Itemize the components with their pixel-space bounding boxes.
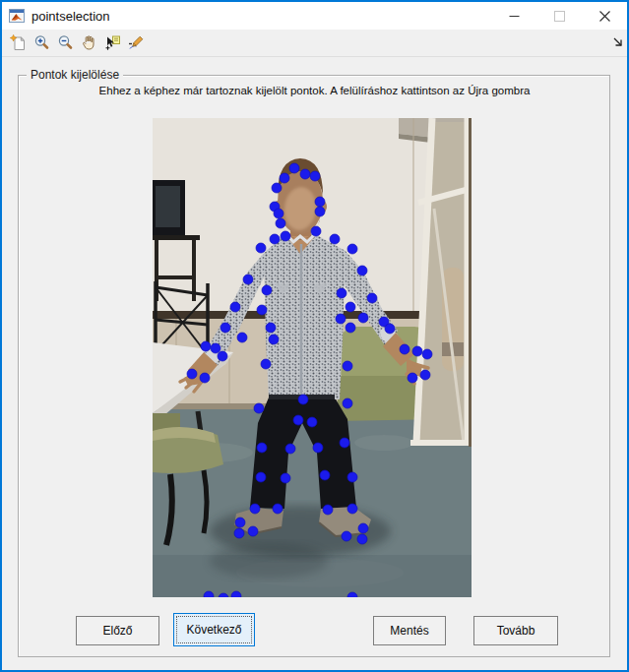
zoom-out-button[interactable] [53, 31, 77, 55]
landmark-point[interactable] [230, 302, 240, 312]
landmark-point[interactable] [358, 313, 368, 323]
titlebar: pointselection [2, 2, 627, 30]
landmark-point[interactable] [357, 266, 367, 275]
continue-button[interactable]: Tovább [473, 616, 558, 645]
landmark-point[interactable] [289, 163, 299, 173]
landmark-point[interactable] [422, 349, 432, 359]
minimize-button[interactable] [491, 2, 536, 30]
landmark-point[interactable] [347, 472, 357, 482]
landmark-point[interactable] [269, 335, 279, 344]
landmark-point[interactable] [358, 523, 368, 533]
landmark-point[interactable] [367, 293, 377, 303]
landmark-point[interactable] [261, 359, 271, 369]
landmark-point[interactable] [412, 346, 422, 356]
landmark-point[interactable] [237, 333, 247, 342]
landmark-point[interactable] [307, 417, 317, 427]
landmark-point[interactable] [298, 395, 308, 404]
landmark-point[interactable] [248, 526, 258, 536]
landmark-point[interactable] [420, 370, 430, 380]
landmark-point[interactable] [272, 183, 282, 193]
landmark-point[interactable] [337, 288, 346, 298]
edit-plot-button[interactable] [124, 31, 148, 55]
landmark-point[interactable] [346, 323, 355, 333]
landmark-point[interactable] [336, 314, 346, 324]
landmark-point[interactable] [274, 209, 283, 218]
landmark-point[interactable] [347, 244, 357, 254]
landmark-point[interactable] [187, 369, 197, 379]
landmark-point[interactable] [285, 444, 295, 454]
landmark-point[interactable] [211, 343, 220, 353]
landmark-point[interactable] [254, 403, 264, 413]
landmark-point[interactable] [330, 234, 340, 244]
landmark-point[interactable] [218, 351, 227, 361]
previous-button[interactable]: Előző [76, 616, 159, 645]
landmark-point[interactable] [315, 207, 325, 216]
maximize-button[interactable] [536, 2, 582, 30]
landmark-point[interactable] [250, 504, 260, 514]
landmark-point[interactable] [347, 504, 357, 514]
landmark-point[interactable] [257, 305, 267, 315]
landmark-point[interactable] [357, 534, 367, 544]
close-button[interactable] [582, 2, 627, 30]
zoom-in-button[interactable] [30, 31, 53, 55]
landmark-point[interactable] [256, 243, 266, 253]
figure-toolbar [2, 30, 627, 57]
close-icon [599, 11, 610, 22]
landmark-point[interactable] [313, 443, 323, 453]
landmark-point[interactable] [340, 438, 349, 448]
landmark-point[interactable] [315, 197, 325, 207]
landmark-point[interactable] [343, 398, 352, 408]
landmark-point[interactable] [276, 218, 285, 228]
landmark-point[interactable] [323, 505, 333, 515]
landmark-point[interactable] [273, 504, 283, 514]
edit-plot-icon [128, 34, 145, 51]
landmark-point[interactable] [408, 373, 417, 383]
new-figure-button[interactable] [6, 31, 30, 55]
landmark-point[interactable] [220, 323, 230, 333]
instruction-text: Ehhez a képhez már tartoznak kijelölt po… [2, 85, 627, 96]
annotated-photo[interactable] [153, 118, 472, 597]
landmark-point[interactable] [270, 234, 280, 244]
landmark-point[interactable] [320, 470, 330, 480]
zoom-out-icon [57, 34, 74, 51]
landmark-point[interactable] [281, 231, 290, 241]
data-cursor-button[interactable] [100, 31, 124, 55]
pan-button[interactable] [77, 31, 100, 55]
data-cursor-icon [104, 34, 121, 51]
shirt-torso [264, 232, 346, 399]
new-figure-icon [10, 34, 27, 51]
landmark-point[interactable] [235, 518, 245, 527]
next-button[interactable]: Következő [173, 613, 255, 646]
landmark-point[interactable] [346, 302, 355, 312]
photo-scene [153, 118, 472, 597]
landmark-point[interactable] [266, 323, 276, 333]
landmark-point[interactable] [343, 361, 352, 371]
landmark-point[interactable] [257, 443, 267, 453]
pan-hand-icon [81, 34, 97, 51]
landmark-point[interactable] [200, 373, 210, 383]
landmark-point[interactable] [300, 169, 310, 179]
landmark-point[interactable] [293, 415, 303, 425]
window-title: pointselection [31, 9, 491, 24]
landmark-point[interactable] [342, 531, 351, 541]
matlab-figure-icon [9, 9, 25, 23]
landmark-point[interactable] [201, 341, 211, 351]
landmark-point[interactable] [256, 472, 266, 482]
landmark-point[interactable] [243, 275, 253, 284]
landmark-point[interactable] [310, 171, 320, 181]
zoom-in-icon [33, 34, 50, 51]
landmark-point[interactable] [262, 285, 272, 295]
landmark-point[interactable] [400, 344, 409, 354]
landmark-point[interactable] [234, 528, 244, 538]
figure-client-area: Pontok kijelölése Ehhez a képhez már tar… [2, 57, 627, 670]
landmark-point[interactable] [385, 324, 395, 334]
toolbar-overflow-arrow-icon [612, 36, 624, 48]
maximize-icon [554, 11, 565, 22]
panel-legend: Pontok kijelölése [27, 68, 123, 82]
landmark-point[interactable] [280, 173, 289, 183]
toolbar-overflow-button[interactable] [612, 36, 624, 48]
save-button[interactable]: Mentés [373, 616, 446, 645]
landmark-point[interactable] [281, 473, 290, 483]
app-window: pointselection [0, 0, 629, 672]
landmark-point[interactable] [311, 226, 321, 236]
